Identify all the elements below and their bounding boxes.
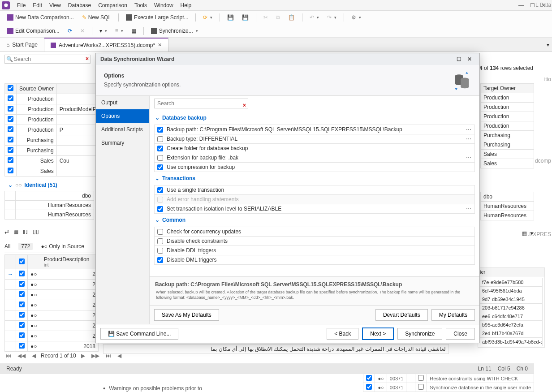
- row-checkbox[interactable]: [19, 332, 25, 338]
- new-data-comparison-button[interactable]: New Data Comparison...: [4, 13, 77, 22]
- checkbox[interactable]: [366, 375, 372, 381]
- grid-view-icon[interactable]: ▦: [522, 230, 527, 237]
- view-icon[interactable]: ⇄: [4, 228, 9, 235]
- table-row[interactable]: ●○2: [5, 290, 99, 300]
- table-row[interactable]: dbo: [481, 192, 534, 202]
- menu-tools[interactable]: Tools: [131, 1, 151, 10]
- option-row[interactable]: Create folder for database backup: [154, 143, 475, 153]
- option-checkbox[interactable]: [157, 164, 163, 170]
- table-row[interactable]: Purchasing: [481, 140, 534, 150]
- menu-window[interactable]: Window: [151, 1, 177, 10]
- table-row[interactable]: ●○2: [5, 331, 99, 341]
- table-row[interactable]: Production: [481, 121, 534, 131]
- table-row[interactable]: Production: [5, 115, 101, 125]
- save-icon[interactable]: 💾: [224, 13, 237, 22]
- grid-icon[interactable]: ▦: [129, 26, 139, 35]
- row-checkbox[interactable]: [8, 95, 13, 101]
- view-icon[interactable]: ▦: [13, 228, 18, 235]
- paste-icon[interactable]: 📋: [285, 13, 298, 22]
- option-row[interactable]: Use a single transaction: [154, 185, 475, 195]
- back-button[interactable]: < Back: [327, 328, 358, 340]
- table-row[interactable]: ProductionProductModelPr: [5, 104, 101, 115]
- row-checkbox[interactable]: [8, 137, 13, 142]
- option-checkbox[interactable]: [157, 248, 163, 254]
- option-group-header[interactable]: ⌄Database backup: [154, 111, 475, 125]
- table-row[interactable]: ●○2: [5, 300, 99, 310]
- new-sql-button[interactable]: ✎New SQL: [79, 13, 114, 22]
- row-checkbox[interactable]: [19, 312, 25, 318]
- row-checkbox[interactable]: [19, 322, 25, 328]
- option-checkbox[interactable]: [157, 229, 163, 235]
- option-checkbox[interactable]: [157, 257, 163, 263]
- checkbox[interactable]: [418, 375, 424, 381]
- settings-icon[interactable]: ⚙▾: [349, 13, 364, 22]
- table-row[interactable]: Production: [481, 93, 534, 103]
- checkbox[interactable]: [418, 384, 424, 390]
- search-input[interactable]: [4, 55, 91, 64]
- next-record-icon[interactable]: ▶: [80, 353, 86, 359]
- checkbox[interactable]: [366, 384, 372, 390]
- option-checkbox[interactable]: [157, 238, 163, 244]
- table-row[interactable]: ProductionP: [5, 125, 101, 135]
- redo-icon[interactable]: ↷▾: [324, 13, 339, 22]
- close-button[interactable]: Close: [446, 328, 475, 340]
- tab-start-page[interactable]: ⌂Start Page: [0, 38, 44, 52]
- table-row[interactable]: Sales: [481, 159, 534, 168]
- option-row[interactable]: Backup type: DIFFERENTIAL⋯: [154, 134, 475, 144]
- option-checkbox[interactable]: [157, 127, 163, 133]
- wizard-search-input[interactable]: [154, 99, 248, 108]
- last-record-icon[interactable]: ⏭: [104, 353, 112, 359]
- wizard-maximize-icon[interactable]: ☐: [453, 56, 464, 62]
- option-checkbox[interactable]: [157, 146, 163, 151]
- option-row[interactable]: Use compression for backup: [154, 162, 475, 172]
- table-row[interactable]: HumanResources: [5, 210, 94, 220]
- option-row[interactable]: Backup path: C:\Program Files\Microsoft …: [154, 125, 475, 134]
- devart-defaults-button[interactable]: Devart Defaults: [375, 309, 428, 321]
- menu-view[interactable]: View: [46, 1, 65, 10]
- row-checkbox[interactable]: [8, 168, 13, 173]
- filter-icon[interactable]: ▾▾: [97, 26, 110, 35]
- ellipsis-icon[interactable]: ⋯: [466, 136, 472, 142]
- table-row[interactable]: Purchasing: [5, 135, 101, 146]
- first-record-icon[interactable]: ⏮: [4, 353, 13, 359]
- undo-icon[interactable]: ↶▾: [307, 13, 322, 22]
- row-checkbox[interactable]: [8, 106, 13, 112]
- option-checkbox[interactable]: [157, 206, 163, 212]
- option-row[interactable]: Extension for backup file: .bak⋯: [154, 153, 475, 163]
- row-checkbox[interactable]: [8, 157, 13, 163]
- view-icon[interactable]: ⫿⫿: [23, 228, 28, 235]
- table-row[interactable]: HumanResources: [481, 202, 534, 211]
- window-minimize-icon[interactable]: —: [518, 2, 524, 9]
- table-row[interactable]: ●○2018: [5, 341, 99, 352]
- view-icon[interactable]: ▯▯: [33, 228, 39, 235]
- option-checkbox[interactable]: [157, 155, 163, 161]
- save-command-line-button[interactable]: 💾 Save Command Line...: [100, 328, 178, 340]
- col-target-owner[interactable]: Target Owner: [481, 84, 534, 93]
- my-defaults-button[interactable]: My Defaults: [431, 309, 475, 321]
- option-row[interactable]: Set transaction isolation level to SERIA…: [154, 204, 475, 214]
- row-checkbox[interactable]: [8, 147, 13, 153]
- table-row[interactable]: ●○2: [5, 310, 99, 321]
- window-maximize-icon[interactable]: ☐: [530, 2, 535, 9]
- table-row[interactable]: Sales: [481, 150, 534, 159]
- menu-file[interactable]: File: [13, 1, 29, 10]
- cut-icon[interactable]: ✂: [261, 13, 271, 22]
- option-row[interactable]: Disable check constraints: [154, 236, 475, 246]
- table-row[interactable]: Production: [481, 112, 534, 121]
- col-product-description[interactable]: ProductDescription: [44, 256, 95, 263]
- table-row[interactable]: ●○2: [5, 280, 99, 290]
- table-row[interactable]: HumanResources: [481, 211, 534, 220]
- row-checkbox[interactable]: [19, 291, 25, 297]
- row-checkbox[interactable]: [19, 302, 25, 307]
- wizard-nav-options[interactable]: Options: [96, 109, 149, 123]
- clear-search-icon[interactable]: ×: [243, 102, 246, 108]
- table-row[interactable]: Production: [481, 103, 534, 112]
- close-icon[interactable]: ✕: [158, 42, 162, 48]
- check-all[interactable]: [19, 258, 25, 264]
- scroll-left-icon[interactable]: ◀: [116, 353, 123, 359]
- tab-document[interactable]: AdventureWorks2...XPRESS15).dcomp*✕: [44, 38, 168, 52]
- option-group-header[interactable]: ⌄Transactions: [154, 172, 475, 185]
- wizard-nav-additional-scripts[interactable]: Additional Scripts: [96, 123, 149, 136]
- dropdown-icon[interactable]: ▾: [530, 230, 533, 237]
- prev-record-icon[interactable]: ◀: [30, 353, 37, 359]
